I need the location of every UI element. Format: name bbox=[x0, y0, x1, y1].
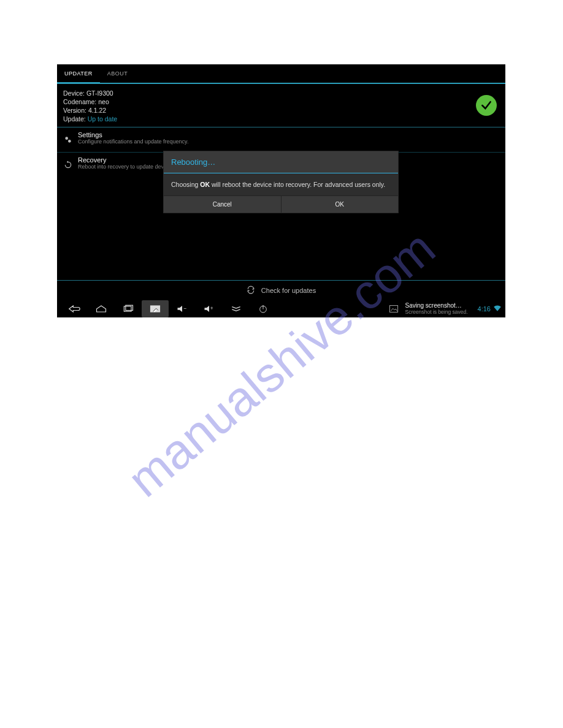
tab-bar: UPDATER ABOUT bbox=[57, 64, 505, 84]
toast-subtitle: Screenshot is being saved. bbox=[405, 309, 468, 316]
version-label: Version: bbox=[63, 107, 86, 114]
screenshot-button[interactable] bbox=[142, 300, 169, 317]
check-updates-label: Check for updates bbox=[261, 287, 316, 294]
update-value: Up to date bbox=[88, 115, 117, 123]
svg-rect-9 bbox=[389, 306, 397, 313]
device-label: Device: bbox=[63, 89, 85, 97]
cancel-button[interactable]: Cancel bbox=[164, 196, 281, 213]
power-button[interactable] bbox=[250, 300, 277, 317]
tab-about[interactable]: ABOUT bbox=[100, 64, 136, 84]
recovery-subtitle: Reboot into recovery to update device. bbox=[78, 164, 172, 170]
toast-title: Saving screenshot… bbox=[405, 302, 468, 309]
dialog-message: Choosing OK will reboot the device into … bbox=[164, 173, 398, 195]
volume-down-button[interactable]: − bbox=[169, 300, 196, 317]
dialog-body-bold: OK bbox=[200, 181, 210, 188]
codename-value: neo bbox=[98, 98, 109, 105]
settings-subtitle: Configure notifications and update frequ… bbox=[78, 138, 188, 145]
device-value: GT-I9300 bbox=[86, 89, 113, 97]
tab-updater[interactable]: UPDATER bbox=[57, 64, 100, 84]
settings-title: Settings bbox=[78, 131, 188, 138]
dialog-actions: Cancel OK bbox=[164, 195, 398, 213]
update-label: Update: bbox=[63, 115, 86, 123]
system-nav-bar: − + Saving screenshot… Screenshot is bei… bbox=[57, 300, 505, 317]
ok-button[interactable]: OK bbox=[281, 196, 399, 213]
notification-thumbnail-icon[interactable] bbox=[387, 300, 400, 317]
version-value: 4.1.22 bbox=[88, 107, 106, 114]
wifi-icon bbox=[493, 305, 502, 313]
check-updates-button[interactable]: Check for updates bbox=[57, 281, 505, 300]
recovery-title: Recovery bbox=[78, 156, 172, 164]
android-screenshot: UPDATER ABOUT Device: GT-I9300 Codename:… bbox=[57, 64, 505, 317]
svg-point-0 bbox=[65, 137, 68, 140]
drawer-button[interactable] bbox=[223, 300, 250, 317]
svg-text:−: − bbox=[184, 306, 187, 312]
dialog-body-pre: Choosing bbox=[171, 181, 200, 188]
svg-text:+: + bbox=[210, 306, 213, 312]
clock[interactable]: 4:16 bbox=[478, 305, 491, 313]
status-check-icon bbox=[476, 95, 497, 116]
gear-icon bbox=[63, 131, 73, 148]
dialog-title: Rebooting… bbox=[164, 151, 398, 173]
codename-label: Codename: bbox=[63, 98, 96, 105]
dialog-body-post: will reboot the device into recovery. Fo… bbox=[210, 181, 385, 188]
device-info-panel: Device: GT-I9300 Codename: neo Version: … bbox=[57, 84, 505, 127]
recent-apps-button[interactable] bbox=[115, 300, 142, 317]
settings-item[interactable]: Settings Configure notifications and upd… bbox=[57, 127, 505, 153]
home-button[interactable] bbox=[88, 300, 115, 317]
svg-point-1 bbox=[68, 140, 71, 143]
back-button[interactable] bbox=[61, 300, 88, 317]
reboot-dialog: Rebooting… Choosing OK will reboot the d… bbox=[163, 151, 399, 213]
refresh-icon bbox=[63, 156, 73, 173]
sync-icon bbox=[247, 286, 255, 295]
notification-toast[interactable]: Saving screenshot… Screenshot is being s… bbox=[405, 302, 468, 316]
volume-up-button[interactable]: + bbox=[196, 300, 223, 317]
